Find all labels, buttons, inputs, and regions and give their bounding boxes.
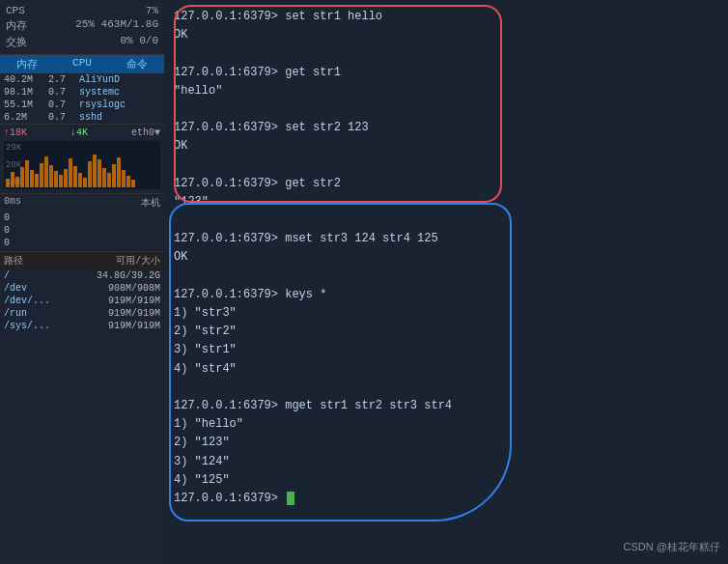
cpu-label: CPS (6, 5, 25, 16)
terminal-line (174, 379, 718, 397)
disk-path: /dev/... (4, 296, 57, 306)
chart-bar (15, 177, 19, 188)
proc-mem: 40.2M (4, 74, 44, 85)
terminal-line: 127.0.0.1:6379> mset str3 124 str4 125 (174, 230, 718, 248)
ping-host: 本机 (141, 196, 160, 210)
terminal-line: 127.0.0.1:6379> get str2 (174, 175, 718, 193)
mem-label: 内存 (6, 18, 27, 33)
chart-bar (107, 173, 111, 187)
terminal-line (174, 156, 718, 175)
terminal-line (174, 44, 718, 63)
network-interface[interactable]: eth0▼ (131, 127, 160, 138)
chart-bar (93, 155, 97, 188)
terminal-line: 127.0.0.1:6379> get str1 (174, 64, 718, 82)
chart-bar (112, 164, 116, 187)
terminal-line (174, 100, 718, 119)
terminal-line: 127.0.0.1:6379> mget str1 str2 str3 str4 (174, 397, 718, 415)
table-row: /sys/... 919M/919M (0, 320, 164, 332)
chart-bar (126, 176, 130, 187)
cpu-header: CPU (59, 57, 106, 71)
chart-label: 29K (6, 143, 21, 153)
network-up: ↑18K (4, 127, 27, 138)
chart-bar (6, 179, 10, 187)
disk-size: 908M/908M (108, 283, 160, 294)
disk-size-header: 可用/大小 (116, 254, 160, 268)
disk-size: 34.8G/39.2G (97, 270, 160, 281)
disk-path: /run (4, 308, 57, 319)
disk-path-header: 路径 (4, 254, 23, 268)
terminal-line: OK (174, 248, 718, 267)
proc-name: sshd (79, 112, 160, 123)
process-table-header: 内存 CPU 命令 (0, 55, 164, 73)
chart-bar (131, 180, 135, 187)
table-row: 55.1M 0.7 rsyslogc (0, 99, 164, 111)
swap-label: 交换 (6, 35, 27, 49)
terminal-line: 1) "str3" (174, 304, 718, 323)
proc-mem: 98.1M (4, 87, 44, 98)
ping-row: 0 (4, 224, 160, 237)
terminal-line: 4) "125" (174, 471, 718, 490)
terminal-line: 127.0.0.1:6379> set str1 hello (174, 8, 718, 26)
chart-bar (64, 169, 68, 187)
proc-mem: 6.2M (4, 112, 44, 123)
proc-cpu: 0.7 (48, 112, 75, 123)
table-row: / 34.8G/39.2G (0, 269, 164, 282)
proc-mem: 55.1M (4, 99, 44, 110)
swap-row: 交换 0% 0/0 (6, 34, 158, 50)
terminal-line: 127.0.0.1:6379> keys * (174, 286, 718, 304)
process-table: 40.2M 2.7 AliYunD 98.1M 0.7 systemc 55.1… (0, 73, 164, 124)
watermark: CSDN @桂花年糕仔 (624, 539, 720, 556)
chart-bar (102, 168, 106, 187)
terminal-line: 1) "hello" (174, 415, 718, 434)
disk-section: 路径 可用/大小 / 34.8G/39.2G /dev 908M/908M /d… (0, 251, 164, 564)
terminal-line: 4) "str4" (174, 360, 718, 379)
terminal-line (174, 212, 718, 230)
chart-bar (117, 157, 121, 187)
network-header: ↑18K ↓4K eth0▼ (4, 127, 160, 139)
chart-bar (11, 172, 14, 187)
chart-bar (98, 159, 101, 187)
disk-size: 919M/919M (108, 308, 160, 319)
table-row: 6.2M 0.7 sshd (0, 111, 164, 124)
chart-bar (30, 170, 34, 187)
terminal-line: 3) "124" (174, 453, 718, 471)
chart-bar (54, 171, 58, 187)
chart-bar (20, 167, 24, 187)
disk-size: 919M/919M (108, 296, 160, 306)
terminal[interactable]: 127.0.0.1:6379> set str1 hello OK 127.0.… (164, 0, 728, 564)
network-section: ↑18K ↓4K eth0▼ 29K 20K 10K (0, 124, 164, 193)
chart-bar (49, 165, 53, 187)
terminal-line: OK (174, 137, 718, 155)
proc-name: AliYunD (79, 74, 160, 85)
disk-path: / (4, 270, 57, 281)
terminal-line: 2) "str2" (174, 323, 718, 341)
chart-bar (78, 173, 82, 187)
chart-bar (40, 163, 43, 187)
proc-name: rsyslogc (79, 99, 160, 110)
ping-section: 0ms 本机 0 0 0 (0, 193, 164, 251)
terminal-line: 2) "123" (174, 434, 718, 452)
ping-row: 0 (4, 237, 160, 249)
table-row: 98.1M 0.7 systemc (0, 86, 164, 99)
terminal-line: 127.0.0.1:6379> set str2 123 (174, 119, 718, 137)
system-stats: CPS 7% 内存 25% 463M/1.8G 交换 0% 0/0 (0, 0, 164, 55)
chart-bar (25, 160, 29, 187)
chart-bar (59, 175, 63, 187)
terminal-prompt-cursor: 127.0.0.1:6379> (174, 490, 718, 508)
disk-path: /sys/... (4, 321, 57, 331)
mem-header: 内存 (4, 57, 51, 71)
ping-header: 0ms 本机 (4, 196, 160, 210)
table-row: /run 919M/919M (0, 307, 164, 320)
chart-label: 20K (6, 160, 21, 170)
terminal-line: 3) "str1" (174, 341, 718, 359)
chart-bar (69, 158, 72, 187)
cmd-header: 命令 (113, 57, 160, 71)
chart-bar (122, 170, 126, 187)
chart-bar (44, 156, 48, 187)
cursor (287, 492, 294, 505)
chart-bar (88, 161, 92, 187)
cpu-value: 7% (146, 5, 158, 16)
disk-path: /dev (4, 283, 57, 294)
chart-bar (35, 174, 39, 187)
sidebar: CPS 7% 内存 25% 463M/1.8G 交换 0% 0/0 内存 CPU… (0, 0, 164, 564)
